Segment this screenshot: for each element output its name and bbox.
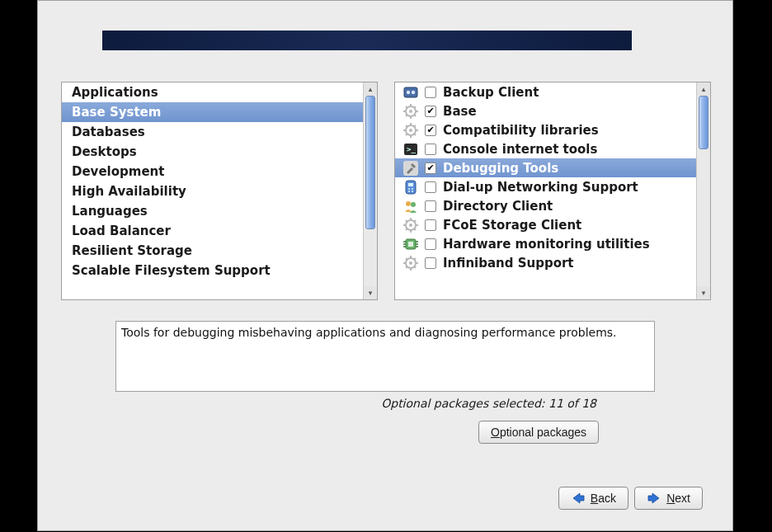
scroll-down-icon[interactable]: ▾ <box>697 286 710 299</box>
svg-point-32 <box>406 201 411 206</box>
svg-line-19 <box>406 125 407 127</box>
svg-point-35 <box>409 224 412 227</box>
package-label: Directory Client <box>443 199 553 214</box>
svg-line-40 <box>406 220 407 222</box>
package-checkbox[interactable]: ✔ <box>425 106 436 117</box>
category-list[interactable]: ApplicationsBase SystemDatabasesDesktops… <box>62 82 363 299</box>
back-button[interactable]: Back <box>558 487 628 510</box>
svg-line-20 <box>414 134 416 135</box>
package-label: Debugging Tools <box>443 161 558 176</box>
category-item[interactable]: Base System <box>62 102 363 122</box>
arrow-left-icon <box>571 492 586 504</box>
svg-rect-0 <box>404 87 417 97</box>
category-item[interactable]: Languages <box>62 201 363 221</box>
package-list[interactable]: Backup Client✔Base✔Compatibility librari… <box>395 82 696 299</box>
gear-icon <box>403 104 418 119</box>
optional-packages-button[interactable]: Optional packages <box>478 421 599 444</box>
svg-point-29 <box>412 188 413 190</box>
package-checkbox[interactable] <box>425 238 436 250</box>
package-checkbox[interactable]: ✔ <box>425 162 436 174</box>
category-item[interactable]: High Availability <box>62 181 363 201</box>
package-checkbox[interactable] <box>425 87 436 98</box>
svg-line-60 <box>406 266 407 268</box>
category-item[interactable]: Resilient Storage <box>62 241 363 261</box>
svg-line-59 <box>414 266 416 268</box>
svg-line-12 <box>414 106 416 108</box>
svg-rect-26 <box>406 181 416 194</box>
scroll-up-icon[interactable]: ▴ <box>364 82 377 96</box>
package-item[interactable]: Hardware monitoring utilities <box>395 234 696 253</box>
package-checkbox[interactable] <box>425 200 436 212</box>
category-item[interactable]: Scalable Filesystem Support <box>62 261 363 280</box>
users-icon <box>403 199 418 214</box>
package-checkbox[interactable] <box>425 181 436 193</box>
package-item[interactable]: Backup Client <box>395 82 696 101</box>
package-scrollbar[interactable]: ▴ ▾ <box>696 82 710 299</box>
tools-icon <box>403 161 418 176</box>
package-checkbox[interactable] <box>425 257 436 269</box>
package-pane: Backup Client✔Base✔Compatibility librari… <box>394 82 711 300</box>
tape-icon <box>403 85 418 100</box>
package-label: Infiniband Support <box>443 256 574 271</box>
svg-line-43 <box>414 220 416 222</box>
package-item[interactable]: Dial-up Networking Support <box>395 177 696 196</box>
svg-rect-27 <box>408 183 413 186</box>
button-label: Back <box>591 492 616 505</box>
package-item[interactable]: ✔Base <box>395 101 696 120</box>
scroll-track[interactable] <box>364 96 377 286</box>
svg-line-22 <box>414 125 416 127</box>
svg-line-21 <box>406 134 407 135</box>
category-item[interactable]: Desktops <box>62 142 363 162</box>
svg-point-2 <box>412 90 415 93</box>
package-item[interactable]: FCoE Storage Client <box>395 215 696 234</box>
svg-point-31 <box>412 191 413 192</box>
package-item[interactable]: ✔Compatibility libraries <box>395 120 696 139</box>
category-item[interactable]: Development <box>62 162 363 181</box>
package-item[interactable]: >_Console internet tools <box>395 139 696 158</box>
svg-line-58 <box>406 258 407 260</box>
button-label: Optional packages <box>491 426 586 439</box>
category-item[interactable]: Load Balancer <box>62 221 363 241</box>
scroll-thumb[interactable] <box>699 96 708 149</box>
scroll-up-icon[interactable]: ▴ <box>697 82 710 96</box>
next-button[interactable]: Next <box>634 487 703 510</box>
category-scrollbar[interactable]: ▴ ▾ <box>363 82 377 299</box>
description-box: Tools for debugging misbehaving applicat… <box>115 321 655 392</box>
chip-icon <box>403 237 418 252</box>
package-checkbox[interactable] <box>425 144 436 155</box>
svg-text:>_: >_ <box>407 145 416 153</box>
svg-line-42 <box>406 228 407 230</box>
package-item[interactable]: Infiniband Support <box>395 253 696 272</box>
svg-point-28 <box>408 188 410 190</box>
package-label: Backup Client <box>443 85 539 100</box>
svg-line-9 <box>406 106 407 108</box>
scroll-thumb[interactable] <box>365 96 375 229</box>
svg-point-33 <box>411 202 416 207</box>
panes: ApplicationsBase SystemDatabasesDesktops… <box>61 82 711 300</box>
svg-line-61 <box>414 258 416 260</box>
scroll-down-icon[interactable]: ▾ <box>364 286 377 299</box>
gear-icon <box>403 256 418 271</box>
category-item[interactable]: Databases <box>62 122 363 142</box>
package-label: FCoE Storage Client <box>443 218 581 233</box>
package-checkbox[interactable] <box>425 219 436 231</box>
scroll-track[interactable] <box>697 96 710 286</box>
svg-point-4 <box>409 110 412 113</box>
svg-point-14 <box>409 129 412 132</box>
svg-line-10 <box>414 115 416 116</box>
gear-icon <box>403 218 418 233</box>
arrow-right-icon <box>647 492 661 504</box>
svg-point-53 <box>409 261 412 265</box>
installer-window: ApplicationsBase SystemDatabasesDesktops… <box>37 0 733 531</box>
package-item[interactable]: Directory Client <box>395 196 696 215</box>
package-checkbox[interactable]: ✔ <box>425 125 436 136</box>
category-item[interactable]: Applications <box>62 82 363 102</box>
svg-rect-45 <box>408 242 413 247</box>
category-pane: ApplicationsBase SystemDatabasesDesktops… <box>61 82 378 300</box>
terminal-icon: >_ <box>403 142 418 157</box>
package-label: Base <box>443 104 477 119</box>
package-item[interactable]: ✔Debugging Tools <box>395 158 696 177</box>
svg-point-1 <box>407 90 410 93</box>
svg-line-11 <box>406 115 407 116</box>
package-label: Hardware monitoring utilities <box>443 237 650 252</box>
